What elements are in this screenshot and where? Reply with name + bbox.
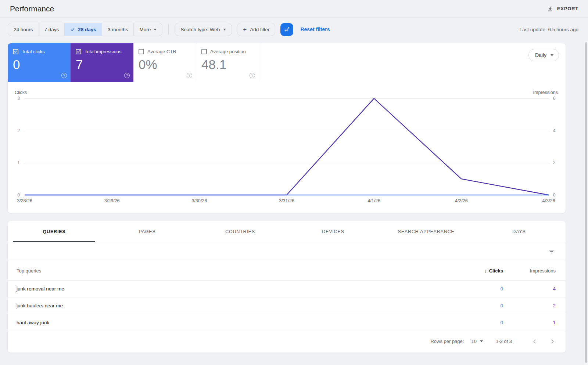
plus-icon: + — [243, 26, 247, 33]
metric-cards-row: Total clicks0?Total impressions7?Average… — [8, 43, 566, 82]
metric-card-header: Total clicks — [13, 49, 65, 54]
search-type-label: Search type: Web — [180, 27, 220, 32]
granularity-label: Daily — [535, 52, 546, 58]
check-icon — [14, 49, 18, 54]
tab-pages[interactable]: PAGES — [101, 221, 194, 242]
column-impressions[interactable]: Impressions — [510, 268, 566, 274]
tab-devices[interactable]: DEVICES — [287, 221, 380, 242]
metric-label: Average CTR — [147, 49, 176, 54]
chevron-down-icon — [223, 29, 226, 30]
dimension-tabs: QUERIESPAGESCOUNTRIESDEVICESSEARCH APPEA… — [8, 221, 566, 242]
table-header: Top queries ↓Clicks Impressions — [8, 261, 566, 281]
impressions-cell[interactable]: 1 — [510, 320, 566, 325]
metric-card-average-position[interactable]: Average position48.1? — [196, 43, 259, 82]
metric-card-header: Average CTR — [139, 49, 191, 54]
more-label: More — [139, 27, 151, 32]
query-cell: junk haulers near me — [8, 303, 455, 308]
date-range-label: 3 months — [108, 27, 128, 32]
filter-list-icon[interactable] — [548, 248, 555, 255]
metric-card-header: Average position — [201, 49, 254, 54]
chevron-down-icon — [480, 340, 483, 342]
tab-search-appearance[interactable]: SEARCH APPEARANCE — [380, 221, 473, 242]
clicks-cell[interactable]: 0 — [455, 320, 510, 325]
pagination-range: 1-3 of 3 — [496, 339, 512, 344]
tab-label: COUNTRIES — [225, 229, 255, 234]
help-icon[interactable]: ? — [187, 73, 192, 78]
sort-descending-icon: ↓ — [484, 268, 487, 274]
impressions-cell[interactable]: 4 — [510, 286, 566, 292]
checkbox-checked-icon[interactable] — [76, 49, 81, 54]
table-row[interactable]: haul away junk01 — [8, 314, 566, 331]
table-row[interactable]: junk removal near me04 — [8, 281, 566, 297]
granularity-dropdown[interactable]: Daily — [528, 49, 559, 61]
column-clicks[interactable]: ↓Clicks — [455, 268, 510, 274]
date-range-more[interactable]: More — [133, 23, 162, 36]
export-button[interactable]: EXPORT — [547, 6, 578, 12]
impressions-line — [25, 98, 549, 195]
checkbox-unchecked-icon[interactable] — [201, 49, 207, 54]
chevron-down-icon — [154, 29, 157, 30]
help-icon[interactable]: ? — [250, 73, 255, 78]
help-icon[interactable]: ? — [61, 73, 67, 78]
check-icon — [76, 49, 80, 54]
date-range-24-hours[interactable]: 24 hours — [8, 23, 39, 36]
tune-icon — [283, 26, 290, 33]
performance-chart: Clicks Impressions 362412003/28/263/29/2… — [8, 82, 566, 213]
metric-card-total-clicks[interactable]: Total clicks0? — [8, 43, 71, 82]
tab-label: DEVICES — [322, 229, 344, 234]
reset-filters-link[interactable]: Reset filters — [300, 26, 330, 32]
export-label: EXPORT — [557, 6, 578, 11]
clicks-cell[interactable]: 0 — [455, 286, 510, 292]
impressions-cell[interactable]: 2 — [510, 303, 566, 308]
metric-label: Total clicks — [22, 49, 45, 54]
tab-label: PAGES — [139, 229, 155, 234]
metric-label: Average position — [210, 49, 246, 54]
previous-page-button[interactable] — [530, 337, 539, 346]
table-footer: Rows per page: 10 1-3 of 3 — [8, 331, 566, 351]
date-range-28-days[interactable]: 28 days — [64, 23, 102, 36]
metric-card-header: Total impressions — [76, 49, 128, 54]
tab-label: DAYS — [512, 229, 526, 234]
tab-queries[interactable]: QUERIES — [8, 221, 101, 242]
table-row[interactable]: junk haulers near me02 — [8, 297, 566, 314]
query-cell: haul away junk — [8, 320, 455, 325]
metric-value: 48.1 — [201, 57, 254, 72]
date-range-label: 28 days — [78, 27, 96, 32]
metric-card-average-ctr[interactable]: Average CTR0%? — [133, 43, 196, 82]
query-cell: junk removal near me — [8, 286, 455, 292]
rows-per-page-select[interactable]: 10 — [471, 339, 483, 344]
chevron-right-icon — [549, 338, 556, 345]
checkbox-checked-icon[interactable] — [13, 49, 18, 54]
table-body: junk removal near me04junk haulers near … — [8, 281, 566, 331]
date-range-7-days[interactable]: 7 days — [39, 23, 65, 36]
last-update-text: Last update: 6.5 hours ago — [519, 27, 578, 32]
filter-tune-button[interactable] — [280, 23, 293, 36]
next-page-button[interactable] — [548, 337, 557, 346]
chart-card: Total clicks0?Total impressions7?Average… — [8, 43, 566, 213]
table-toolbar — [8, 242, 566, 261]
checkbox-unchecked-icon[interactable] — [139, 49, 144, 54]
page-title: Performance — [10, 4, 547, 13]
scrollbar-thumb[interactable] — [585, 42, 587, 363]
tab-countries[interactable]: COUNTRIES — [194, 221, 287, 242]
search-type-dropdown[interactable]: Search type: Web — [175, 23, 232, 36]
filter-bar: 24 hours7 days28 days3 monthsMore Search… — [8, 23, 578, 36]
tab-label: SEARCH APPEARANCE — [398, 229, 455, 234]
tab-days[interactable]: DAYS — [473, 221, 566, 242]
clicks-cell[interactable]: 0 — [455, 303, 510, 308]
metric-card-total-impressions[interactable]: Total impressions7? — [71, 43, 133, 82]
help-icon[interactable]: ? — [124, 73, 130, 78]
date-range-3-months[interactable]: 3 months — [102, 23, 134, 36]
add-filter-button[interactable]: + Add filter — [237, 23, 275, 36]
dimensions-table-card: QUERIESPAGESCOUNTRIESDEVICESSEARCH APPEA… — [8, 221, 566, 353]
rows-per-page-label: Rows per page: — [430, 339, 464, 344]
tab-label: QUERIES — [43, 229, 66, 234]
add-filter-label: Add filter — [250, 27, 269, 32]
column-top-queries[interactable]: Top queries — [8, 268, 455, 274]
metric-value: 7 — [76, 57, 128, 72]
date-range-label: 7 days — [44, 27, 59, 32]
performance-page: Performance EXPORT 24 hours7 days28 days… — [0, 0, 588, 365]
chevron-left-icon — [531, 338, 538, 345]
chevron-down-icon — [551, 54, 553, 56]
vertical-scrollbar[interactable] — [584, 41, 588, 365]
